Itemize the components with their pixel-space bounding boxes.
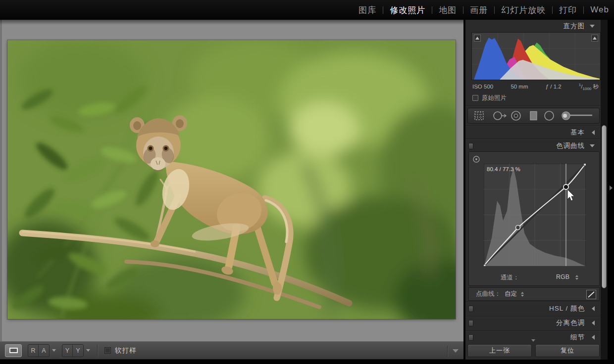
crop-overlay-icon[interactable] <box>475 112 483 120</box>
shadow-clipping-indicator[interactable] <box>474 35 481 42</box>
hsl-color-panel-header[interactable]: HSL / 颜色 <box>465 303 601 314</box>
basic-title: 基本 <box>570 128 585 137</box>
point-curve-row: 点曲线： 自定 <box>468 287 600 301</box>
photo-monkey-on-branch[interactable] <box>7 40 456 319</box>
curve-point-active <box>563 184 568 189</box>
section-separator <box>465 316 601 317</box>
before-label: Y <box>62 345 73 357</box>
lightroom-develop-window: 图库 修改照片 地图 画册 幻灯片放映 打印 Web <box>0 0 614 364</box>
histogram-title: 直方图 <box>563 22 585 31</box>
chevron-left-icon <box>592 335 595 340</box>
reset-button[interactable]: 复位 <box>535 344 600 357</box>
point-curve-stepper-icon[interactable] <box>521 292 524 297</box>
graduated-filter-icon[interactable] <box>530 112 537 120</box>
panel-enable-toggle[interactable] <box>468 320 473 326</box>
show-panel-arrow-icon[interactable] <box>610 185 613 190</box>
spot-removal-icon[interactable] <box>494 112 506 120</box>
tone-curve-graph[interactable]: 80.4 / 77.3 % <box>484 164 586 266</box>
section-separator <box>465 105 601 106</box>
module-print[interactable]: 打印 <box>559 4 577 16</box>
point-curve-select[interactable]: 自定 <box>505 290 517 298</box>
panel-enable-toggle[interactable] <box>468 334 473 341</box>
compare-dropdown-icon[interactable] <box>52 349 56 352</box>
histogram-panel-header[interactable]: 直方图 <box>465 21 601 32</box>
curve-readout: 80.4 / 77.3 % <box>487 166 520 172</box>
module-develop[interactable]: 修改照片 <box>390 4 425 16</box>
module-web[interactable]: Web <box>590 5 609 15</box>
module-divider <box>583 6 584 14</box>
original-photo-row: 原始照片 <box>472 94 507 102</box>
module-divider <box>494 6 495 14</box>
red-eye-correction-icon[interactable] <box>512 111 520 120</box>
canvas-top-shadow <box>0 20 463 25</box>
channel-stepper-icon[interactable] <box>575 275 578 280</box>
target-adjustment-tool-icon[interactable] <box>472 155 481 164</box>
view-toolbar: R A Y Y 软打样 <box>0 341 463 360</box>
canvas-left-margin <box>0 20 2 341</box>
tool-strip <box>467 108 600 124</box>
right-panel-gutter[interactable] <box>608 20 614 360</box>
chevron-left-icon <box>592 306 595 311</box>
panel-enable-toggle[interactable] <box>468 143 473 149</box>
point-curve-label: 点曲线： <box>476 290 501 298</box>
tone-curve-content: 80.4 / 77.3 % 通道： RGB <box>468 151 600 286</box>
exif-info-row: ISO 500 50 mm ƒ / 1.2 1/1000 秒 <box>471 83 601 91</box>
loupe-view-button[interactable] <box>5 344 22 357</box>
soft-proofing-control: 软打样 <box>104 346 137 355</box>
histogram[interactable] <box>471 32 601 80</box>
edit-point-curve-button[interactable] <box>586 290 596 299</box>
channel-row: 通道： RGB <box>469 273 599 282</box>
exif-iso: ISO 500 <box>472 84 493 90</box>
adjustment-brush-icon[interactable] <box>562 112 592 120</box>
module-divider <box>463 6 463 14</box>
radial-filter-icon[interactable] <box>545 111 554 120</box>
previous-button-label: 上一张 <box>489 346 510 355</box>
triangle-up-icon <box>593 37 597 40</box>
split-toning-title: 分离色调 <box>556 318 585 327</box>
panel-scrollbar-thumb[interactable] <box>602 125 607 288</box>
photo-illustration <box>7 40 456 319</box>
panel-collapse-arrow-icon[interactable] <box>531 339 535 342</box>
before-after-view-button[interactable]: Y Y <box>62 344 84 357</box>
toolbar-divider <box>447 346 448 357</box>
channel-label: 通道： <box>501 273 519 282</box>
module-book[interactable]: 画册 <box>470 4 488 16</box>
curve-point <box>516 226 520 230</box>
point-curve-icon <box>587 290 596 299</box>
soft-proofing-label: 软打样 <box>115 346 137 355</box>
compare-after-label: A <box>39 345 49 357</box>
module-slideshow[interactable]: 幻灯片放映 <box>501 4 546 16</box>
toolbar-right-controls <box>447 342 459 360</box>
tone-curve-title: 色调曲线 <box>556 141 585 150</box>
module-divider <box>383 6 383 14</box>
triangle-up-icon <box>475 37 479 40</box>
module-library[interactable]: 图库 <box>358 4 376 16</box>
split-toning-panel-header[interactable]: 分离色调 <box>465 318 601 328</box>
channel-select[interactable]: RGB <box>556 273 569 280</box>
section-separator <box>465 138 601 139</box>
original-photo-checkbox[interactable] <box>472 95 478 101</box>
exif-focal-length: 50 mm <box>511 84 528 90</box>
original-photo-label: 原始照片 <box>482 94 507 102</box>
hsl-color-title: HSL / 颜色 <box>549 304 585 313</box>
soft-proofing-checkbox[interactable] <box>104 347 111 354</box>
previous-button[interactable]: 上一张 <box>467 344 532 357</box>
exif-shutter-speed: 1/1000 秒 <box>579 83 599 91</box>
module-divider <box>432 6 432 14</box>
compare-view-button[interactable]: R A <box>28 344 50 357</box>
panel-enable-toggle[interactable] <box>468 306 473 312</box>
reset-button-label: 复位 <box>561 346 574 355</box>
section-separator <box>465 330 601 331</box>
toolbar-options-triangle-icon[interactable] <box>453 349 459 353</box>
loupe-view-icon <box>9 348 18 353</box>
section-separator <box>465 126 601 127</box>
highlight-clipping-indicator[interactable] <box>591 35 598 42</box>
develop-canvas <box>0 20 463 341</box>
module-map[interactable]: 地图 <box>439 4 457 16</box>
compare-before-label: R <box>28 345 39 357</box>
histogram-graph <box>472 33 600 80</box>
tone-curve-panel-header[interactable]: 色调曲线 <box>465 140 601 151</box>
basic-panel-header[interactable]: 基本 <box>465 127 601 138</box>
chevron-down-icon <box>590 144 595 147</box>
before-after-dropdown-icon[interactable] <box>86 349 90 352</box>
